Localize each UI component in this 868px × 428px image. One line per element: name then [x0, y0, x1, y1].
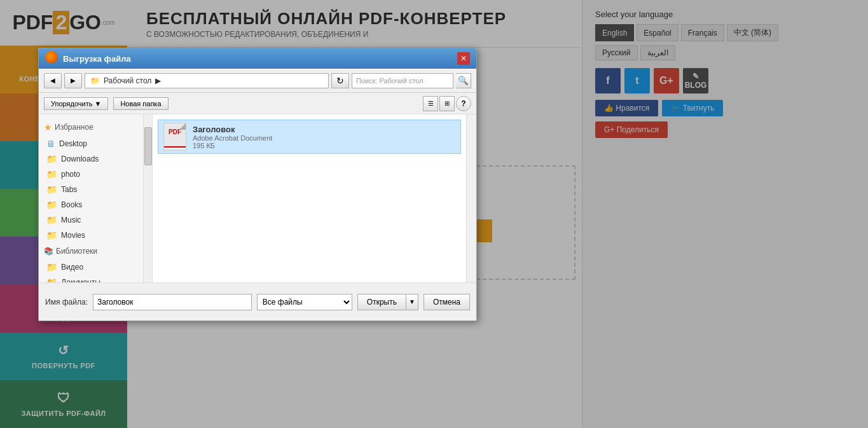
- pdf-icon-label: [164, 146, 186, 148]
- pdf-icon-background: PDF: [163, 123, 186, 151]
- dialog-file-area: PDF Заголовок Adobe Acrobat Document 195…: [153, 114, 466, 282]
- books-label: Books: [61, 200, 82, 209]
- downloads-folder-icon: 📁: [46, 154, 57, 164]
- photo-label: photo: [61, 170, 80, 179]
- new-folder-button[interactable]: Новая папка: [113, 97, 168, 110]
- path-text: Рабочий стол: [104, 76, 151, 85]
- photo-folder-icon: 📁: [46, 169, 57, 179]
- nav-item-video[interactable]: 📁 Видео: [39, 259, 143, 275]
- pdf-icon-corner: [179, 123, 186, 130]
- view-grid-button[interactable]: ⊞: [439, 96, 455, 111]
- path-bar[interactable]: 📁 Рабочий стол ▶: [85, 73, 329, 88]
- dialog-nav: ★ Избранное 🖥 Desktop 📁 Downloads 📁 phot…: [39, 114, 144, 282]
- favorites-header[interactable]: ★ Избранное: [39, 118, 143, 136]
- nav-item-music[interactable]: 📁 Music: [39, 212, 143, 228]
- help-button[interactable]: ?: [456, 96, 471, 111]
- libraries-label: Библиотеки: [56, 247, 97, 256]
- video-label: Видео: [61, 263, 83, 272]
- nav-item-movies[interactable]: 📁 Movies: [39, 228, 143, 243]
- folder-icon: 📁: [90, 76, 100, 85]
- music-label: Music: [61, 216, 81, 224]
- dialog-titlebar: Выгрузка файла ✕: [39, 48, 476, 69]
- desktop-label: Desktop: [59, 139, 87, 148]
- dialog-title: Выгрузка файла: [63, 54, 457, 64]
- open-button-group: Открыть ▼: [357, 294, 418, 310]
- libraries-icon: 📚: [44, 247, 53, 256]
- file-info: Заголовок Adobe Acrobat Document 195 КБ: [193, 125, 455, 149]
- organize-label: Упорядочить ▼: [51, 100, 101, 107]
- filename-input[interactable]: [93, 294, 252, 310]
- view-buttons: ☰ ⊞ ?: [423, 96, 471, 111]
- dialog-bottom-bar: Имя файла: Все файлы Открыть ▼ Отмена: [39, 282, 476, 321]
- libraries-header[interactable]: 📚 Библиотеки: [39, 243, 143, 259]
- video-folder-icon: 📁: [46, 262, 57, 272]
- movies-label: Movies: [61, 231, 85, 240]
- nav-item-documents[interactable]: 📁 Документы: [39, 275, 143, 282]
- view-list-button[interactable]: ☰: [423, 96, 438, 111]
- nav-item-desktop[interactable]: 🖥 Desktop: [39, 136, 143, 151]
- nav-item-tabs[interactable]: 📁 Tabs: [39, 182, 143, 197]
- firefox-icon: [45, 51, 58, 66]
- filename-label: Имя файла:: [45, 298, 88, 307]
- documents-folder-icon: 📁: [46, 277, 57, 282]
- pdf-file-icon: PDF: [163, 123, 186, 151]
- search-bar[interactable]: Поиск: Рабочий стол: [352, 73, 453, 88]
- tabs-label: Tabs: [61, 185, 77, 194]
- cancel-button[interactable]: Отмена: [424, 294, 470, 310]
- new-folder-label: Новая папка: [120, 100, 161, 107]
- files-scrollbar: [466, 114, 476, 282]
- open-dropdown-button[interactable]: ▼: [406, 294, 418, 310]
- file-item[interactable]: PDF Заголовок Adobe Acrobat Document 195…: [158, 120, 461, 154]
- tabs-folder-icon: 📁: [46, 184, 57, 195]
- movies-folder-icon: 📁: [46, 230, 57, 240]
- path-arrow: ▶: [155, 76, 161, 85]
- pdf-label-text: PDF: [169, 128, 181, 135]
- filetype-select[interactable]: Все файлы: [257, 294, 352, 310]
- desktop-icon: 🖥: [46, 139, 55, 149]
- dialog-close-button[interactable]: ✕: [457, 52, 470, 65]
- nav-item-downloads[interactable]: 📁 Downloads: [39, 151, 143, 167]
- documents-label: Документы: [61, 278, 100, 282]
- dialog-toolbar: ◀ ▶ 📁 Рабочий стол ▶ ↻ Поиск: Рабочий ст…: [39, 69, 476, 93]
- search-button[interactable]: 🔍: [456, 73, 471, 88]
- dialog-body: ★ Избранное 🖥 Desktop 📁 Downloads 📁 phot…: [39, 114, 476, 282]
- music-folder-icon: 📁: [46, 215, 57, 225]
- forward-button[interactable]: ▶: [64, 73, 82, 88]
- books-folder-icon: 📁: [46, 200, 57, 210]
- nav-item-books[interactable]: 📁 Books: [39, 197, 143, 212]
- file-size: 195 КБ: [193, 142, 455, 149]
- nav-scrollbar: [144, 114, 153, 282]
- favorites-label: Избранное: [55, 123, 93, 132]
- organize-button[interactable]: Упорядочить ▼: [44, 97, 108, 110]
- file-dialog: Выгрузка файла ✕ ◀ ▶ 📁 Рабочий стол ▶ ↻ …: [38, 48, 477, 321]
- scrollbar-thumb[interactable]: [144, 127, 152, 165]
- star-icon: ★: [44, 122, 52, 132]
- search-placeholder: Поиск: Рабочий стол: [356, 77, 424, 85]
- refresh-button[interactable]: ↻: [331, 73, 349, 88]
- dialog-organize-bar: Упорядочить ▼ Новая папка ☰ ⊞ ?: [39, 93, 476, 114]
- file-type: Adobe Acrobat Document: [193, 134, 455, 142]
- downloads-label: Downloads: [61, 155, 99, 163]
- file-name: Заголовок: [193, 125, 455, 134]
- nav-item-photo[interactable]: 📁 photo: [39, 167, 143, 182]
- back-button[interactable]: ◀: [44, 73, 62, 88]
- open-button[interactable]: Открыть: [357, 294, 406, 310]
